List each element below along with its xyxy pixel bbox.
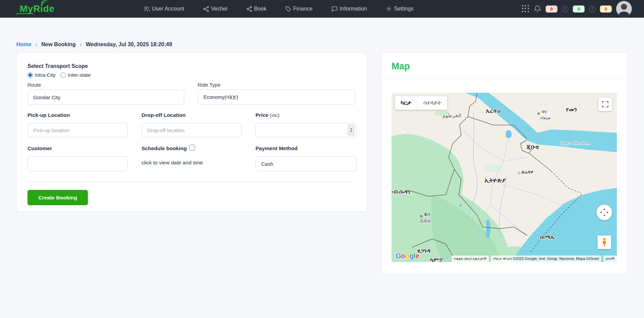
nav-label: User Account	[152, 6, 184, 12]
ride-type-select[interactable]: Economy(ባጃጅ)	[198, 90, 356, 105]
top-navbar: MyRide User Account Vechel Book Finance …	[0, 0, 644, 18]
chat-bubble-icon	[332, 6, 338, 12]
main-nav: User Account Vechel Book Finance Informa…	[144, 6, 414, 12]
radio-inter-state-label[interactable]: Inter-state	[68, 72, 91, 78]
nav-label: Settings	[394, 6, 414, 12]
create-booking-button[interactable]: Create Booking	[27, 190, 88, 205]
map-label-yemen: የመን	[566, 106, 577, 113]
radio-inter-state[interactable]	[60, 72, 66, 78]
user-avatar[interactable]	[616, 1, 632, 17]
route-label: Route	[27, 82, 184, 88]
alert-circle-icon[interactable]: !	[562, 6, 568, 12]
map-type-button-satellite[interactable]: ሳተላይት	[417, 96, 447, 110]
map-label-dire-dawa: ድሬዳዋ	[522, 170, 533, 175]
map-label-sanaa-arabic: صنعاء	[540, 115, 551, 120]
schedule-booking-checkbox[interactable]	[189, 145, 195, 151]
nav-right-cluster: 0 ! 0 ! 0	[522, 1, 632, 17]
map-type-control: ካርታ ሳተላይት	[395, 96, 447, 110]
pickup-input[interactable]	[27, 123, 128, 137]
map-label-uganda: ዩጋንዳ	[417, 248, 431, 254]
alert-circle-icon[interactable]: !	[589, 6, 595, 12]
price-label: Price (ብር)	[255, 112, 357, 118]
payment-method-select[interactable]: Cash	[255, 156, 357, 171]
nav-item-book[interactable]: Book	[246, 6, 266, 12]
map-label-juba: Juba	[419, 218, 431, 224]
price-unit: (ብር)	[270, 112, 279, 118]
map-card-title: Map	[381, 53, 627, 78]
breadcrumb-timestamp: Wednesday, Jul 30, 2025 18:20:49	[86, 41, 172, 48]
map-card-divider	[381, 78, 627, 79]
nav-item-finance[interactable]: Finance	[285, 6, 312, 12]
notification-count-badge[interactable]: 0	[546, 5, 557, 13]
nav-item-settings[interactable]: Settings	[386, 6, 414, 12]
scope-section-label: Select Transport Scope	[27, 63, 356, 69]
map-label-sana: ሳና	[542, 109, 547, 114]
new-booking-card: Select Transport Scope Intra-City Inter-…	[16, 53, 367, 212]
route-select[interactable]: Gondar City	[27, 90, 184, 105]
bell-icon[interactable]	[534, 5, 541, 13]
price-input[interactable]	[255, 123, 357, 137]
nav-item-information[interactable]: Information	[332, 6, 367, 12]
breadcrumb-home-link[interactable]: Home	[16, 41, 31, 48]
pegman-icon	[602, 237, 607, 247]
brand-underline	[18, 13, 33, 14]
form-divider	[27, 181, 356, 182]
nav-label: Information	[340, 6, 367, 12]
dropoff-label: Drop-off Location	[141, 112, 242, 118]
fullscreen-button[interactable]	[599, 98, 612, 111]
nav-label: Book	[254, 6, 266, 12]
number-spinner[interactable]: ▴▾	[347, 124, 355, 136]
map-label-juba-amharic: ጁባ	[424, 212, 430, 217]
orange-count-badge[interactable]: 0	[600, 5, 612, 13]
signal-waves-icon	[40, 0, 48, 6]
map-marker-juba	[420, 215, 422, 217]
google-logo[interactable]: Google	[396, 252, 419, 260]
map-label-djibouti: ጂቡቲ	[527, 144, 539, 151]
pegman-button[interactable]	[598, 235, 611, 249]
breadcrumb: Home › New Booking › Wednesday, Jul 30, …	[16, 41, 172, 48]
map-label-south-sudan: ደቡብ ሱዳን	[392, 189, 411, 195]
customer-input[interactable]	[27, 156, 128, 171]
customer-label: Customer	[27, 145, 128, 152]
terms-link[interactable]: ደንቦች	[603, 255, 617, 262]
map-label-khartoum: الخرطوم	[442, 112, 461, 119]
pickup-label: Pick-up Location	[27, 112, 128, 118]
users-icon	[144, 6, 150, 12]
pan-arrows-icon	[600, 208, 609, 217]
green-count-badge[interactable]: 0	[573, 5, 585, 13]
map-label-somali: ሱማሌ	[540, 234, 555, 241]
fullscreen-icon	[602, 101, 608, 107]
schedule-booking-label: Schedule booking	[141, 145, 187, 152]
map-data-attribution: የካርታ ውሂብ ©2025 Google, Inst. Geogr. Naci…	[491, 255, 601, 262]
dropoff-input[interactable]	[141, 123, 242, 137]
map-label-gulf-of-aden: የኤደን ባህረ ሰላጤ	[561, 140, 590, 146]
map-label-ethiopia: ኢትዮጵያ	[485, 177, 506, 184]
google-map-canvas[interactable]: الخرطوم ኤርትራ ሳና صنعاء የመን የኤደን ባህረ ሰላጤ ጂ…	[392, 93, 617, 262]
map-attribution-bar: የቁልፍ ሰሌዳ አቋራጮች የካርታ ውሂብ ©2025 Google, In…	[452, 255, 617, 262]
pan-control[interactable]	[596, 205, 612, 220]
breadcrumb-separator: ›	[80, 41, 81, 48]
share-network-icon	[203, 6, 209, 12]
share-network-icon	[246, 6, 252, 12]
brand-logo[interactable]: MyRide	[20, 3, 55, 14]
ride-type-label: Ride Type	[198, 82, 356, 88]
keyboard-shortcuts-button[interactable]: የቁልፍ ሰሌዳ አቋራጮች	[452, 255, 489, 262]
map-label-eritrea: ኤርትራ	[486, 108, 501, 114]
apps-grid-icon[interactable]	[522, 5, 529, 13]
map-type-button-map[interactable]: ካርታ	[395, 96, 417, 110]
avatar-photo	[616, 1, 632, 17]
nav-label: Vechel	[211, 6, 227, 12]
nav-item-user-account[interactable]: User Account	[144, 6, 184, 12]
map-label-kampala: ካምፓ	[430, 257, 443, 262]
map-marker-dire-dawa	[518, 172, 520, 174]
radio-intra-city[interactable]	[27, 72, 33, 78]
gear-icon	[386, 6, 392, 12]
nav-label: Finance	[293, 6, 312, 12]
breadcrumb-current: New Booking	[41, 41, 76, 48]
radio-intra-city-label[interactable]: Intra-City	[35, 72, 56, 78]
map-marker-sanaa	[537, 112, 540, 115]
breadcrumb-separator: ›	[35, 41, 37, 48]
map-card: Map	[381, 53, 627, 275]
nav-item-vechel[interactable]: Vechel	[203, 6, 227, 12]
tag-icon	[285, 6, 291, 12]
